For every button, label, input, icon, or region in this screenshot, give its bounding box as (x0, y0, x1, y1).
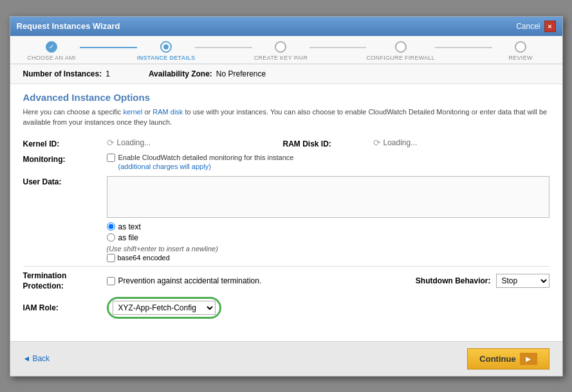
step-circle-review (515, 41, 526, 53)
base64-checkbox[interactable] (107, 254, 115, 262)
as-file-radio[interactable] (107, 233, 115, 242)
monitoring-value: Enable CloudWatch detailed monitoring fo… (107, 154, 294, 171)
iam-dropdown-wrapper: XYZ-App-Fetch-Config (none) (107, 297, 221, 319)
kernel-link[interactable]: kernel (123, 108, 142, 116)
as-text-option[interactable]: as text (107, 222, 549, 231)
steps-track: ✓ CHOOSE AN AMI INSTANCE DETAILS CREATE … (23, 41, 549, 64)
back-link[interactable]: ◄ Back (23, 354, 50, 363)
kernel-loading-icon: ⟳ (107, 138, 115, 148)
radio-options-spacer (23, 222, 107, 262)
titlebar-actions: Cancel × (516, 21, 555, 32)
user-data-options: as text as file (Use shift+enter to inse… (107, 222, 549, 262)
user-data-main (107, 176, 549, 220)
availability-zone-summary: Availability Zone: No Preference (149, 69, 266, 78)
user-data-label: User Data: (23, 176, 107, 220)
close-button[interactable]: × (544, 21, 556, 32)
dialog-titlebar: Request Instances Wizard Cancel × (10, 17, 562, 36)
termination-cb-label: Prevention against accidental terminatio… (118, 276, 262, 285)
step-label-create-key-pair: CREATE KEY PAIR (254, 55, 308, 61)
monitoring-row: Monitoring: Enable CloudWatch detailed m… (23, 154, 549, 171)
continue-label: Continue (479, 354, 515, 364)
num-instances-label: Number of Instances: (23, 69, 102, 78)
termination-checkbox[interactable] (107, 277, 115, 285)
as-text-radio[interactable] (107, 222, 115, 231)
cancel-link[interactable]: Cancel (516, 22, 540, 31)
user-data-options-row: as text as file (Use shift+enter to inse… (23, 222, 549, 262)
step-choose-ami[interactable]: ✓ CHOOSE AN AMI (23, 41, 80, 61)
desc-part1: Here you can choose a specific (23, 108, 124, 116)
connector-1 (80, 47, 137, 48)
kernel-id-loading: Loading... (117, 138, 151, 147)
num-instances-summary: Number of Instances: 1 (23, 69, 110, 78)
shutdown-behavior-section: Shutdown Behavior: Stop Terminate (416, 274, 549, 288)
step-label-instance-details: INSTANCE DETAILS (137, 55, 195, 61)
summary-bar: Number of Instances: 1 Availability Zone… (10, 64, 562, 84)
ram-disk-id-value: ⟳ Loading... (373, 137, 549, 148)
step-instance-details[interactable]: INSTANCE DETAILS (137, 41, 195, 61)
connector-3 (309, 47, 367, 48)
kernel-id-label: Kernel ID: (23, 137, 107, 148)
monitoring-cb-label: Enable CloudWatch detailed monitoring fo… (118, 154, 294, 161)
user-data-textarea[interactable] (107, 176, 549, 218)
monitoring-link-row: (additional charges will apply) (118, 162, 294, 171)
as-text-label: as text (118, 222, 141, 231)
connector-2 (195, 47, 252, 48)
step-create-key-pair[interactable]: CREATE KEY PAIR (252, 41, 309, 61)
continue-arrow-icon: ► (520, 353, 537, 365)
termination-label-line1: Termination (23, 271, 67, 280)
iam-role-label: IAM Role: (23, 303, 107, 312)
step-label-review: REVIEW (508, 55, 532, 61)
step-label-choose-ami: CHOOSE AN AMI (27, 55, 75, 61)
as-file-option[interactable]: as file (107, 233, 549, 242)
shutdown-behavior-select[interactable]: Stop Terminate (496, 274, 549, 288)
step-circle-instance-details (160, 41, 172, 53)
termination-value: Prevention against accidental terminatio… (107, 276, 416, 285)
dialog-title: Request Instances Wizard (17, 21, 120, 31)
termination-label: Termination Protection: (23, 271, 107, 292)
request-instances-wizard: Request Instances Wizard Cancel × ✓ CHOO… (10, 16, 563, 377)
shift-enter-note: (Use shift+enter to insert a newline) (107, 245, 549, 253)
step-circle-choose-ami: ✓ (46, 41, 57, 53)
monitoring-charges-link[interactable]: (additional charges will apply) (118, 163, 211, 170)
monitoring-label: Monitoring: (23, 154, 107, 164)
num-instances-value: 1 (106, 69, 110, 78)
iam-role-value: XYZ-App-Fetch-Config (none) (107, 297, 221, 319)
continue-button[interactable]: Continue ► (467, 348, 549, 370)
termination-label-line2: Protection: (23, 281, 64, 290)
desc-or: or (142, 108, 152, 116)
monitoring-cb-row: Enable CloudWatch detailed monitoring fo… (107, 154, 294, 162)
availability-zone-value: No Preference (216, 69, 266, 78)
ram-disk-id-loading: Loading... (383, 138, 418, 147)
availability-zone-label: Availability Zone: (149, 69, 212, 78)
ram-loading-icon: ⟳ (373, 138, 381, 148)
base64-label: base64 encoded (118, 254, 170, 262)
wizard-steps: ✓ CHOOSE AN AMI INSTANCE DETAILS CREATE … (10, 36, 562, 64)
back-arrow: ◄ (23, 354, 31, 363)
kernel-id-value: ⟳ Loading... (107, 137, 283, 148)
back-label: Back (32, 354, 50, 363)
iam-role-select[interactable]: XYZ-App-Fetch-Config (none) (113, 301, 216, 315)
section-title: Advanced Instance Options (23, 92, 549, 103)
step-label-configure-firewall: CONFIGURE FIREWALL (366, 55, 435, 61)
as-file-label: as file (118, 233, 138, 242)
divider-1 (23, 266, 549, 267)
termination-row: Termination Protection: Prevention again… (23, 271, 549, 292)
step-configure-firewall[interactable]: CONFIGURE FIREWALL (366, 41, 435, 61)
dialog-footer: ◄ Back Continue ► (10, 341, 562, 376)
iam-role-row: IAM Role: XYZ-App-Fetch-Config (none) (23, 297, 549, 319)
step-circle-configure-firewall (395, 41, 407, 53)
ram-disk-id-label: RAM Disk ID: (283, 137, 373, 148)
kernel-ram-row: Kernel ID: ⟳ Loading... RAM Disk ID: ⟳ L… (23, 137, 549, 148)
ram-link[interactable]: RAM disk (152, 108, 183, 116)
main-content: Advanced Instance Options Here you can c… (10, 84, 562, 341)
shutdown-behavior-label: Shutdown Behavior: (416, 276, 491, 285)
monitoring-checkbox[interactable] (107, 154, 115, 162)
step-circle-create-key-pair (275, 41, 286, 53)
step-review[interactable]: REVIEW (492, 41, 549, 61)
file-options: (Use shift+enter to insert a newline) ba… (107, 245, 549, 262)
radio-options: as text as file (107, 222, 549, 242)
section-description: Here you can choose a specific kernel or… (23, 107, 549, 128)
base64-row: base64 encoded (107, 254, 549, 262)
user-data-row: User Data: (23, 176, 549, 220)
connector-4 (435, 47, 492, 48)
